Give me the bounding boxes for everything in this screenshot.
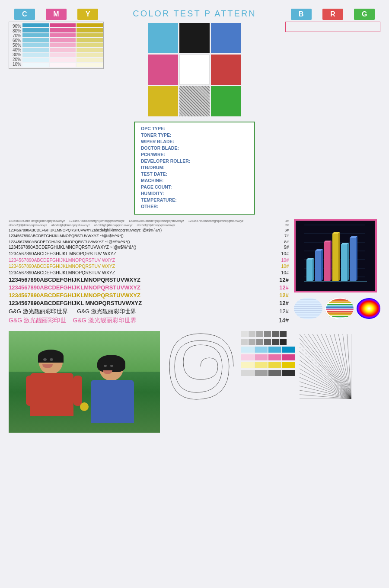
svg-line-67 [300,351,351,399]
gs-5 [272,331,279,337]
svg-marker-21 [347,243,349,281]
gs-11 [272,339,279,345]
gs-8 [249,339,255,345]
cs-y1 [241,362,254,368]
gs-2 [249,331,255,337]
svg-rect-44 [325,311,354,312]
gs-1 [241,331,248,337]
svg-line-77 [300,395,351,399]
svg-rect-16 [332,234,338,281]
svg-line-66 [300,347,351,399]
cs-k4 [282,370,295,376]
gs-12 [280,339,287,345]
page-title: COLOR TEST P ATTERN [133,9,256,19]
cs-c3 [268,347,281,353]
grid-white [179,55,210,85]
rainbow-oval [356,298,380,319]
header-row: C M Y 90% 80% 70% 60% 50% 40% 30% 20% [9,9,380,215]
svg-rect-43 [325,309,354,310]
svg-rect-45 [325,312,354,314]
bar-chart [294,219,377,292]
svg-line-64 [300,338,351,399]
ts-line-12b: 1234567890ABCDEFGHIJKLMNOPQRSTUVWXYZ12# [9,284,289,292]
pct-30: 30% [10,52,21,57]
svg-line-61 [343,334,351,399]
other: OTHER: [141,204,248,209]
svg-rect-19 [341,244,347,281]
bgr-labels: B R G [285,9,380,20]
grid-black [179,23,210,53]
svg-point-50 [357,298,380,319]
ts-tiny-1: 1234567890abc defghijklmnopqrstuvwxyz 12… [9,219,289,223]
svg-line-65 [300,343,351,399]
cs-k3 [268,370,281,376]
gs-3 [256,331,263,337]
cs-k2 [255,370,268,376]
r-label: R [322,9,343,20]
svg-line-51 [300,334,351,399]
cs-y4 [282,362,295,368]
pct-50: 50% [10,43,21,48]
cs-c4 [282,347,295,353]
svg-marker-9 [312,258,314,281]
cs-m3 [268,354,281,360]
black-row [241,370,295,376]
pct-70: 70% [10,33,21,38]
cs-m4 [282,354,295,360]
ts-line-6: 1234567890ABCDEFGHIJKLMNOPQRSTUVWXYZabcd… [9,228,289,233]
svg-line-71 [300,369,351,399]
yellow-row [241,362,295,368]
pcr-wire: PCR/WIRE: [141,152,248,157]
ts-tiny-2: abcdefghijklmnopqrstuvwxyz abcdefghijklm… [9,223,289,227]
bgr-chart [285,22,380,32]
doctor-blade: DOCTOR BLADE: [141,145,248,151]
svg-rect-13 [324,242,330,281]
color-grid [148,23,241,116]
cs-c2 [255,347,268,353]
blue-oval [294,298,322,319]
test-date: TEST DATE: [141,171,248,177]
grid-green [211,86,241,116]
grid-halftone [179,86,210,116]
bgr-section: B R G [285,9,380,32]
cmy-chart: 90% 80% 70% 60% 50% 40% 30% 20% 10% [9,22,104,69]
grid-red [211,55,241,85]
right-panel [294,219,380,325]
text-section: 1234567890abc defghijklmnopqrstuvwxyz 12… [9,219,380,325]
m-label: M [46,9,67,20]
cmy-section: C M Y 90% 80% 70% 60% 50% 40% 30% 20% [9,9,104,69]
ts-line-10b: 1234567890ABCDEFGHIJKLMNOPQRSTUV WXYZ10# [9,257,289,263]
patterns-row [165,331,380,402]
svg-line-76 [300,390,351,399]
svg-marker-24 [356,236,357,281]
svg-line-52 [304,334,351,399]
svg-line-56 [321,334,351,399]
pct-20: 20% [10,57,21,62]
ts-line-7: 1234567890ABCDEFGHIJKLMNOPQRSTUVWXYZ ~!@… [9,233,289,239]
ts-line-8: 1234567890ABCDEFGHIJKLMNOPQRSTUVWXYZ ~!@… [9,239,289,244]
b-label: B [291,9,312,20]
cs-c1 [241,347,254,353]
ts-line-10c: 1234567890ABCDEFGHIJKLMNOPQRSTUV WXYZ10# [9,263,289,270]
cs-y3 [268,362,281,368]
gs-9 [256,339,263,345]
bar-chart-svg [296,221,375,291]
pct-40: 40% [10,48,21,52]
fan-pattern [300,331,351,402]
grayscale-strips [241,331,295,376]
humidity: HUMIDITY: [141,191,248,196]
svg-rect-7 [306,260,312,281]
oval-samples [294,298,380,319]
multicolor-oval [325,298,354,319]
temperature: TEMPERATURE: [141,197,248,202]
svg-marker-12 [321,249,323,281]
svg-line-58 [330,334,351,399]
gray-row-1 [241,331,295,337]
pct-60: 60% [10,38,21,43]
text-samples: 1234567890abc defghijklmnopqrstuvwxyz 12… [9,219,289,325]
machine: MACHINE: [141,178,248,183]
gs-6 [280,331,287,337]
wiper-blade: WIPER BLADE: [141,139,248,144]
magenta-row [241,354,295,360]
cyan-row [241,347,295,353]
